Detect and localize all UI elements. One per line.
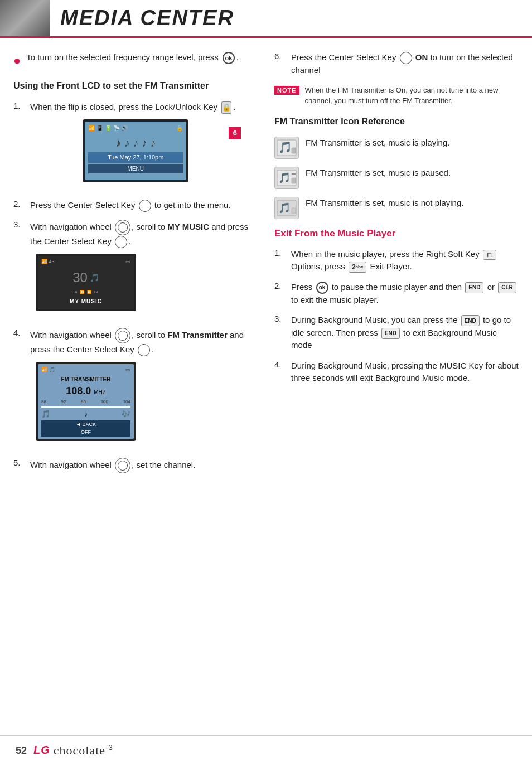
fm-icon-ref-item-1: 🎵 FM Transmitter is set, music is playin… [274,137,519,159]
my-music-screen: 📶 43▭ 30 🎵 ⏮⏪⏩⏭ MY MUSIC [36,254,136,311]
fm-status-bar: 📶 🎵▭ [41,366,130,374]
key-end-1: END [465,282,483,293]
list-item-6: 6. Press the Center Select Key ON to tur… [274,51,519,77]
page-header: MEDIA CENTER [0,0,532,38]
music-numbers: 30 🎵 [72,268,99,288]
exit-item-text-4: During Background Music, pressing the MU… [291,360,519,385]
content-area: ● To turn on the selected frequency rang… [0,38,532,481]
svg-text:🎵: 🎵 [278,141,292,154]
header-title-block: MEDIA CENTER [50,0,532,36]
exit-heading: Exit From the Music Player [274,228,519,239]
fm-icon-playing: 🎵 [274,137,299,159]
brand-logo: LG chocolate-3 [33,743,113,758]
right-column: 6. Press the Center Select Key ON to tur… [274,51,519,481]
music-status-bar: 📶 43▭ [41,258,130,266]
item-num-6: 6. [274,51,287,61]
fm-icon-ref-heading: FM Transmitter Icon Reference [274,115,519,128]
page-footer: 52 LG chocolate-3 [0,735,532,765]
item-text-2: Press the Center Select Key to get into … [30,199,231,212]
exit-item-text-3: During Background Music, you can press t… [291,314,519,352]
exit-list-item-1: 1. When in the music player, press the R… [274,248,519,273]
center-select-icon-4 [138,344,150,356]
fm-icon-ref-text-3: FM Transmitter is set, music is not play… [306,197,463,210]
page-number: 52 [16,745,27,757]
phone-screen-1: 📶 📱 🔋 📡 🔊 🔒 ♪ ♪ ♪ ♪ ♪ Tue May 27, 1:10pm… [36,119,235,182]
item-num-4: 4. [13,328,26,337]
fm-icon-paused: 🎵 [274,167,299,189]
phone-menu-bar: MENU [88,164,183,173]
list-item-1: 1. When the flip is closed, press the Lo… [13,101,258,191]
fm-icons: 🎵♪🎶 [41,409,130,420]
svg-text:🎵: 🎵 [278,172,291,184]
music-controls: ⏮⏪⏩⏭ [74,289,98,296]
right-soft-key-icon: ⊓ [483,250,496,260]
ok-icon: ok [223,52,235,64]
item-text-3: With navigation wheel , scroll to MY MUS… [30,220,258,320]
fm-freq-line [41,406,130,408]
key-clr: CLR [498,282,516,293]
lock-key-icon: 🔒 [221,101,231,114]
svg-rect-9 [292,208,296,214]
exit-list-item-3: 3. During Background Music, you can pres… [274,314,519,352]
fm-icon-ref-item-2: 🎵 FM Transmitter is set, music is paused… [274,167,519,189]
bullet-text: To turn on the selected frequency range … [26,51,239,64]
bullet-point: ● To turn on the selected frequency rang… [13,51,258,70]
phone-time: Tue May 27, 1:10pm [88,152,183,163]
fm-icon-ref-item-3: 🎵 FM Transmitter is set, music is not pl… [274,197,519,219]
lg-logo: LG [33,744,50,757]
item-text-5: With navigation wheel , set the channel. [30,458,195,473]
svg-rect-5 [292,178,296,183]
fm-icon-not-playing: 🎵 [274,197,299,219]
item-num-2: 2. [13,199,26,209]
exit-section: Exit From the Music Player 1. When in th… [274,228,519,385]
key-end-2: END [461,315,480,326]
screen-number-badge: 6 [229,127,241,139]
item-num-5: 5. [13,458,26,467]
svg-text:🎵: 🎵 [278,202,291,214]
list-item-3: 3. With navigation wheel , scroll to MY … [13,220,258,320]
fm-back-button: ◄ BACKOFF [41,420,130,437]
note-box: NOTE When the FM Transmitter is On, you … [274,85,519,106]
note-label: NOTE [274,86,299,95]
key-2abc: 2abc [349,262,366,273]
center-select-icon-3 [115,236,127,248]
fm-icon-ref-text-1: FM Transmitter is set, music is playing. [306,137,449,149]
phone-status-bar: 📶 📱 🔋 📡 🔊 🔒 [88,124,183,132]
exit-item-num-2: 2. [274,281,287,290]
page-title: MEDIA CENTER [60,6,234,30]
item-text-6: Press the Center Select Key ON to turn o… [291,51,519,77]
exit-item-num-3: 3. [274,314,287,323]
header-image [0,0,50,36]
item-text-4: With navigation wheel , scroll to FM Tra… [30,328,258,450]
my-music-label: MY MUSIC [70,297,102,306]
note-text: When the FM Transmitter is On, you can n… [305,85,519,106]
chocolate-logo: chocolate-3 [54,743,113,758]
fm-title-label: FM TRANSMITTER [41,375,130,384]
fm-frequency: 108.0 MHZ [41,384,130,399]
nav-wheel-icon-3 [115,220,130,235]
nav-wheel-icon-4 [115,328,130,343]
section1-heading: Using the Front LCD to set the FM Transm… [13,80,258,92]
exit-item-num-4: 4. [274,360,287,369]
center-select-icon-6 [400,52,412,64]
exit-item-text-1: When in the music player, press the Righ… [291,248,519,273]
fm-icon-ref-text-2: FM Transmitter is set, music is paused. [306,167,451,180]
exit-item-text-2: Press ok to pause the music player and t… [291,281,519,307]
list-item-5: 5. With navigation wheel , set the chann… [13,458,258,473]
exit-list-item-2: 2. Press ok to pause the music player an… [274,281,519,307]
fm-freq-range: 889296100104 [41,399,130,405]
list-item-2: 2. Press the Center Select Key to get in… [13,199,258,212]
item-text-1: When the flip is closed, press the Lock/… [30,101,235,191]
fm-transmitter-screen: 📶 🎵▭ FM TRANSMITTER 108.0 MHZ 8892961001… [36,362,136,441]
left-column: ● To turn on the selected frequency rang… [13,51,258,481]
svg-rect-2 [292,148,296,153]
bullet-dot-icon: ● [13,52,21,70]
exit-list-item-4: 4. During Background Music, pressing the… [274,360,519,385]
key-end-3: END [381,328,400,339]
music-notes: ♪ ♪ ♪ ♪ ♪ [88,134,183,151]
fm-icon-ref-section: FM Transmitter Icon Reference 🎵 FM Trans… [274,115,519,219]
nav-wheel-icon-5 [115,458,130,473]
list-item-4: 4. With navigation wheel , scroll to FM … [13,328,258,450]
item-num-1: 1. [13,101,26,110]
ok-icon-2: ok [316,282,328,294]
